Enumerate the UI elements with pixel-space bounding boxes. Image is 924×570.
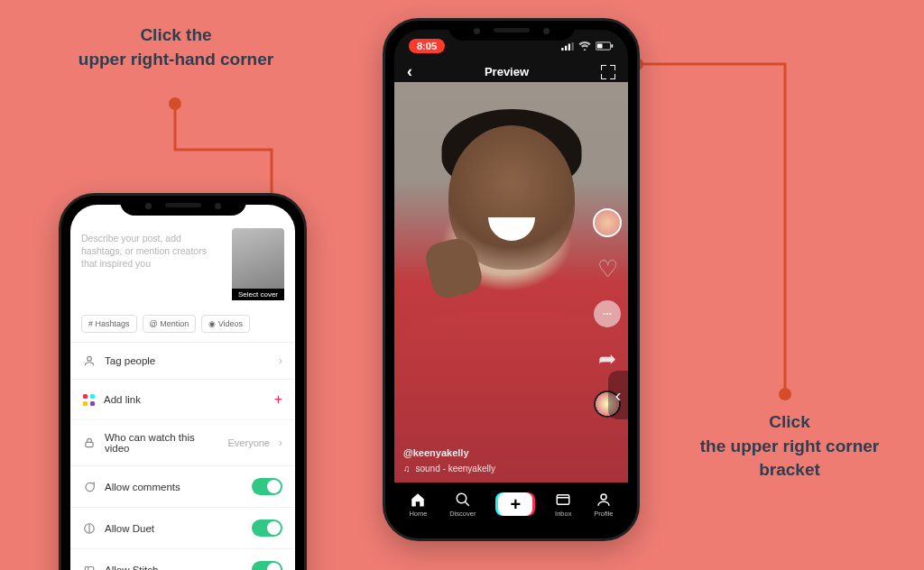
avatar-icon[interactable] — [593, 208, 622, 237]
svg-point-13 — [609, 313, 611, 315]
like-icon[interactable]: ♡ — [594, 255, 621, 282]
svg-point-0 — [88, 356, 92, 361]
scrub-handle[interactable]: ‹ — [608, 371, 628, 419]
stitch-icon — [83, 564, 96, 571]
tab-discover[interactable]: Discover — [449, 492, 476, 518]
link-icon — [83, 394, 95, 406]
row-allow-stitch: Allow Stitch — [70, 549, 295, 570]
chevron-right-icon: › — [279, 437, 282, 449]
chip-videos[interactable]: ◉ Videos — [201, 315, 250, 333]
svg-point-12 — [606, 313, 608, 315]
tab-home[interactable]: Home — [409, 492, 427, 518]
sound-row[interactable]: ♫ sound - keenyakelly — [403, 464, 495, 473]
privacy-value: Everyone — [228, 437, 270, 448]
svg-rect-7 — [572, 42, 574, 51]
preview-title: Preview — [485, 65, 529, 78]
signal-icon — [561, 42, 574, 51]
publish-screen: Describe your post, add hashtags, or men… — [70, 205, 295, 570]
chip-row: # Hashtags @ Mention ◉ Videos — [70, 309, 295, 343]
tab-inbox-label: Inbox — [555, 510, 571, 518]
wifi-icon — [578, 41, 591, 51]
phone-notch — [448, 21, 575, 41]
phone-preview: 8:05 ‹ Preview ♡ — [383, 18, 640, 541]
expand-icon[interactable] — [601, 65, 615, 79]
video-meta: @keenyakelly ♫ sound - keenyakelly — [403, 447, 495, 473]
allow-stitch-toggle[interactable] — [252, 561, 282, 570]
svg-point-11 — [604, 313, 605, 315]
back-icon[interactable]: ‹ — [407, 62, 412, 81]
inbox-icon — [555, 492, 571, 508]
row-add-link[interactable]: Add link + — [70, 380, 295, 420]
allow-stitch-label: Allow Stitch — [105, 565, 243, 571]
plus-icon: + — [274, 391, 282, 408]
row-tag-people[interactable]: Tag people › — [70, 343, 295, 380]
battery-icon — [596, 41, 614, 51]
tab-profile-label: Profile — [594, 510, 613, 518]
status-icons — [561, 41, 614, 51]
row-privacy[interactable]: Who can watch this video Everyone › — [70, 420, 295, 466]
svg-rect-1 — [86, 442, 93, 446]
tab-profile[interactable]: Profile — [594, 492, 613, 518]
phone-publish: Describe your post, add hashtags, or men… — [59, 193, 307, 570]
username[interactable]: @keenyakelly — [403, 447, 495, 458]
row-allow-duet: Allow Duet — [70, 508, 295, 549]
tab-create[interactable]: + — [498, 492, 532, 516]
select-cover-label: Select cover — [232, 289, 284, 300]
chip-hashtags[interactable]: # Hashtags — [81, 315, 137, 333]
search-icon — [455, 492, 471, 508]
svg-rect-3 — [85, 566, 93, 570]
caption-area: Describe your post, add hashtags, or men… — [70, 205, 295, 309]
svg-rect-15 — [558, 494, 570, 504]
comment-icon[interactable] — [594, 300, 621, 327]
allow-duet-toggle[interactable] — [252, 519, 282, 537]
privacy-label: Who can watch this video — [105, 432, 219, 454]
person-icon — [83, 354, 96, 367]
home-icon — [410, 492, 426, 508]
music-note-icon: ♫ — [403, 464, 411, 473]
lock-icon — [83, 437, 96, 449]
caption-input[interactable]: Describe your post, add hashtags, or men… — [81, 228, 225, 300]
select-cover-button[interactable]: Select cover — [232, 228, 284, 300]
tag-people-label: Tag people — [105, 355, 270, 366]
svg-rect-9 — [597, 44, 603, 49]
sound-label: sound - keenyakelly — [416, 464, 495, 473]
add-link-label: Add link — [104, 394, 265, 405]
allow-duet-label: Allow Duet — [105, 523, 243, 534]
profile-icon — [596, 492, 612, 508]
svg-point-14 — [457, 493, 467, 503]
row-allow-comments: Allow comments — [70, 466, 295, 508]
video-preview[interactable]: ♡ ➦ ‹ @keenyakelly ♫ sound - keenyakelly — [394, 82, 628, 483]
status-time: 8:05 — [409, 39, 445, 53]
chevron-right-icon: › — [279, 354, 282, 367]
allow-comments-label: Allow comments — [105, 482, 243, 492]
tab-discover-label: Discover — [449, 510, 476, 518]
chip-mention[interactable]: @ Mention — [143, 315, 197, 333]
tab-inbox[interactable]: Inbox — [555, 492, 571, 518]
tab-home-label: Home — [409, 510, 427, 518]
comment-icon — [83, 481, 96, 493]
duet-icon — [83, 522, 96, 535]
share-icon[interactable]: ➦ — [594, 345, 621, 372]
svg-rect-10 — [612, 44, 614, 47]
allow-comments-toggle[interactable] — [252, 478, 282, 495]
connector-dot — [779, 388, 791, 400]
tab-bar: Home Discover + Inbox Profile — [394, 483, 628, 529]
svg-rect-5 — [565, 45, 567, 50]
svg-rect-6 — [568, 43, 570, 51]
svg-point-16 — [601, 494, 606, 500]
svg-rect-4 — [561, 48, 563, 51]
phone-notch — [120, 196, 246, 216]
preview-screen: 8:05 ‹ Preview ♡ — [394, 30, 628, 529]
